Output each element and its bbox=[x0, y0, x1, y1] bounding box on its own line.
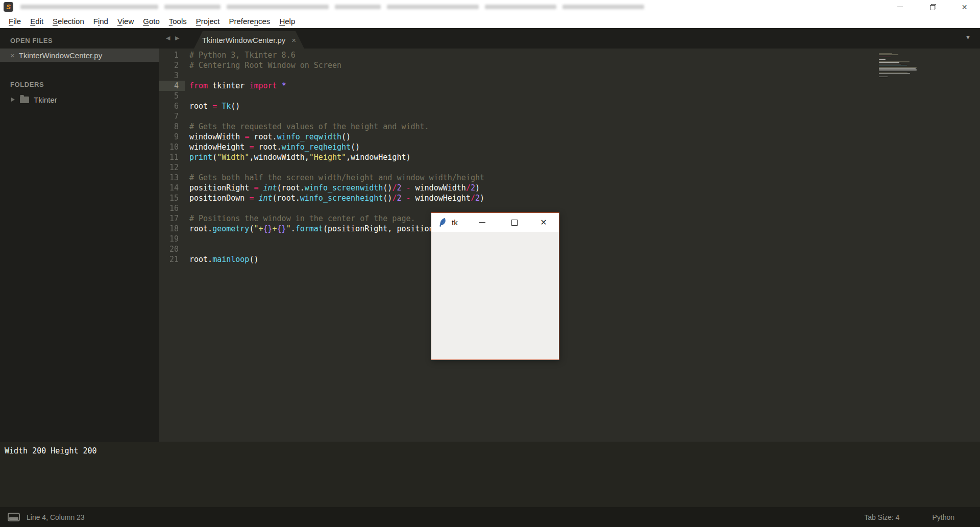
code-line[interactable]: 18root.geometry("+{}+{}".format(position… bbox=[159, 224, 980, 234]
code-line[interactable]: 20 bbox=[159, 244, 980, 254]
tk-maximize-icon bbox=[511, 220, 518, 226]
code-line[interactable]: 17# Positions the window in the center o… bbox=[159, 213, 980, 224]
line-number: 18 bbox=[159, 224, 185, 234]
code-line[interactable]: 11print("Width",windowWidth,"Height",win… bbox=[159, 152, 980, 162]
cursor-position[interactable]: Line 4, Column 23 bbox=[27, 513, 85, 521]
folders-header: FOLDERS bbox=[10, 81, 44, 88]
syntax-indicator[interactable]: Python bbox=[932, 513, 954, 521]
tk-minimize-button[interactable] bbox=[473, 213, 492, 232]
line-number: 3 bbox=[159, 70, 185, 81]
console-toggle-icon[interactable] bbox=[8, 513, 20, 521]
line-number: 20 bbox=[159, 244, 185, 254]
menu-goto[interactable]: Goto bbox=[138, 17, 164, 26]
minimap-line bbox=[879, 72, 908, 73]
tab-size-indicator[interactable]: Tab Size: 4 bbox=[864, 513, 899, 521]
menu-edit[interactable]: Edit bbox=[26, 17, 48, 26]
code-text: root.mainloop() bbox=[189, 254, 258, 265]
code-line[interactable]: 12 bbox=[159, 162, 980, 173]
line-number: 7 bbox=[159, 111, 185, 122]
code-text: # Gets the requested values of the heigh… bbox=[189, 122, 429, 132]
tk-window-title: tk bbox=[452, 218, 458, 227]
tab-label: TkinterWindowCenter.py bbox=[202, 36, 285, 44]
console-output: Width 200 Height 200 bbox=[5, 446, 980, 456]
minimap-line bbox=[879, 70, 919, 71]
status-bar: Line 4, Column 23 Tab Size: 4 Python bbox=[0, 507, 980, 527]
menu-tools[interactable]: Tools bbox=[164, 17, 191, 26]
code-line[interactable]: 7 bbox=[159, 111, 980, 122]
code-text: root.geometry("+{}+{}".format(positionRi… bbox=[189, 224, 434, 234]
code-line[interactable]: 6root = Tk() bbox=[159, 101, 980, 111]
code-line[interactable]: 13# Gets both half the screen width/heig… bbox=[159, 173, 980, 183]
open-file-item[interactable]: × TkinterWindowCenter.py bbox=[0, 49, 159, 62]
window-title-redacted bbox=[20, 5, 644, 9]
code-text: windowHeight = root.winfo_reqheight() bbox=[189, 142, 360, 152]
line-number: 11 bbox=[159, 152, 185, 162]
code-line[interactable]: 16 bbox=[159, 203, 980, 213]
code-line[interactable]: 15positionDown = int(root.winfo_screenhe… bbox=[159, 193, 980, 203]
tab-tkinterwindowcenter[interactable]: TkinterWindowCenter.py × bbox=[194, 31, 304, 49]
line-number: 9 bbox=[159, 132, 185, 142]
open-file-name: TkinterWindowCenter.py bbox=[19, 51, 102, 60]
folder-name: Tkinter bbox=[34, 95, 57, 104]
code-line[interactable]: 3 bbox=[159, 70, 980, 81]
code-text: print("Width",windowWidth,"Height",windo… bbox=[189, 152, 411, 162]
menu-view[interactable]: View bbox=[113, 17, 138, 26]
minimap[interactable] bbox=[879, 53, 919, 78]
tk-close-button[interactable]: ✕ bbox=[534, 213, 553, 232]
code-line[interactable]: 21root.mainloop() bbox=[159, 254, 980, 265]
restore-icon bbox=[930, 4, 936, 10]
tab-prev-icon[interactable]: ◀ bbox=[166, 35, 170, 41]
minimize-button[interactable] bbox=[889, 0, 912, 14]
minimap-line bbox=[879, 59, 886, 60]
code-text: root = Tk() bbox=[189, 101, 240, 111]
menu-project[interactable]: Project bbox=[191, 17, 225, 26]
line-number: 19 bbox=[159, 234, 185, 244]
code-line[interactable]: 4from tkinter import * bbox=[159, 81, 980, 91]
expand-arrow-icon[interactable] bbox=[11, 98, 15, 102]
line-number: 21 bbox=[159, 254, 185, 265]
close-icon: ✕ bbox=[962, 4, 968, 11]
line-number: 15 bbox=[159, 193, 185, 203]
tk-maximize-button[interactable] bbox=[505, 213, 524, 232]
code-editor[interactable]: 1# Python 3, Tkinter 8.62# Centering Roo… bbox=[159, 49, 980, 442]
code-text: from tkinter import * bbox=[189, 81, 286, 91]
code-line[interactable]: 8# Gets the requested values of the heig… bbox=[159, 122, 980, 132]
close-file-icon[interactable]: × bbox=[10, 52, 15, 59]
code-lines: 1# Python 3, Tkinter 8.62# Centering Roo… bbox=[159, 49, 980, 265]
minimap-line bbox=[879, 64, 901, 65]
folder-item-tkinter[interactable]: Tkinter bbox=[0, 93, 159, 106]
code-line[interactable]: 1# Python 3, Tkinter 8.6 bbox=[159, 50, 980, 60]
tk-close-icon: ✕ bbox=[540, 219, 547, 227]
minimap-line bbox=[879, 67, 917, 68]
code-line[interactable]: 2# Centering Root Window on Screen bbox=[159, 60, 980, 70]
line-number: 17 bbox=[159, 213, 185, 224]
code-line[interactable]: 5 bbox=[159, 91, 980, 101]
code-text: # Centering Root Window on Screen bbox=[189, 60, 341, 70]
sublime-text-window: S ✕ FileEditSelectionFindViewGotoToolsPr… bbox=[0, 0, 980, 527]
minimap-line bbox=[879, 62, 899, 63]
line-number: 5 bbox=[159, 91, 185, 101]
code-line[interactable]: 9windowWidth = root.winfo_reqwidth() bbox=[159, 132, 980, 142]
restore-button[interactable] bbox=[921, 0, 944, 14]
minimap-line bbox=[879, 56, 919, 57]
minimize-icon bbox=[897, 7, 903, 7]
console-panel[interactable]: Width 200 Height 200 bbox=[0, 442, 980, 507]
menu-help[interactable]: Help bbox=[275, 17, 300, 26]
tab-next-icon[interactable]: ▶ bbox=[175, 35, 179, 41]
tab-bar: ◀ ▶ TkinterWindowCenter.py × ▼ bbox=[159, 28, 980, 49]
code-line[interactable]: 19 bbox=[159, 234, 980, 244]
sublime-logo-icon: S bbox=[4, 2, 13, 12]
code-text: windowWidth = root.winfo_reqwidth() bbox=[189, 132, 351, 142]
tab-close-icon[interactable]: × bbox=[291, 36, 296, 44]
menu-preferences[interactable]: Preferences bbox=[224, 17, 275, 26]
code-line[interactable]: 14positionRight = int(root.winfo_screenw… bbox=[159, 183, 980, 193]
menu-find[interactable]: Find bbox=[89, 17, 113, 26]
line-number: 12 bbox=[159, 162, 185, 173]
close-button[interactable]: ✕ bbox=[953, 0, 976, 14]
line-number: 8 bbox=[159, 122, 185, 132]
code-line[interactable]: 10windowHeight = root.winfo_reqheight() bbox=[159, 142, 980, 152]
menu-selection[interactable]: Selection bbox=[48, 17, 89, 26]
tk-title-bar[interactable]: tk ✕ bbox=[431, 213, 559, 232]
tab-overflow-icon[interactable]: ▼ bbox=[965, 35, 971, 40]
menu-file[interactable]: File bbox=[4, 17, 26, 26]
